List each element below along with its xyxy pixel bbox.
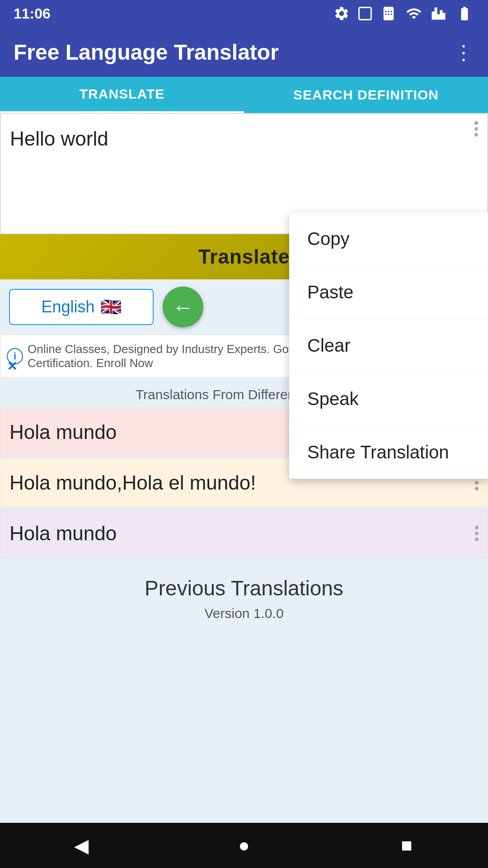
- sim-icon: [380, 5, 397, 22]
- square-icon: [357, 5, 373, 22]
- more-options-icon[interactable]: ⋮: [454, 41, 474, 64]
- result-card-3: Hola mundo: [0, 509, 488, 558]
- context-menu-share[interactable]: Share Translation: [289, 426, 488, 479]
- signal-icon: [431, 5, 447, 22]
- source-language-label: English: [41, 297, 94, 316]
- status-bar: 11:06: [0, 0, 488, 27]
- bottom-nav: ◀ ● ■: [0, 823, 488, 868]
- status-time: 11:06: [14, 5, 51, 22]
- tab-search-definition[interactable]: SEARCH DEFINITION: [244, 77, 488, 113]
- svg-rect-0: [359, 8, 371, 20]
- swap-icon: ←: [172, 295, 194, 320]
- nav-recent-button[interactable]: ■: [389, 827, 425, 863]
- status-icons: [333, 5, 474, 22]
- app-bar: Free Language Translator ⋮: [0, 27, 488, 77]
- result-text-1: Hola mundo: [9, 421, 117, 443]
- source-language-button[interactable]: English 🇬🇧: [9, 289, 154, 325]
- nav-home-button[interactable]: ●: [226, 827, 262, 863]
- tab-bar: TRANSLATE SEARCH DEFINITION: [0, 77, 488, 113]
- context-menu-clear[interactable]: Clear: [289, 319, 488, 373]
- nav-back-button[interactable]: ◀: [63, 827, 99, 863]
- settings-icon: [333, 5, 350, 22]
- wifi-icon: [404, 5, 424, 22]
- version-label: Version 1.0.0: [0, 606, 488, 635]
- previous-translations-label: Previous Translations: [0, 560, 488, 606]
- result-text-2: Hola mundo,Hola el mundo!: [9, 472, 256, 494]
- ad-close-button[interactable]: ✕: [7, 359, 17, 374]
- result-text-3: Hola mundo: [9, 522, 117, 544]
- context-menu-paste[interactable]: Paste: [289, 266, 488, 319]
- app-title: Free Language Translator: [14, 40, 279, 65]
- swap-language-button[interactable]: ←: [163, 287, 203, 327]
- main-content: Hello world Translate English 🇬🇧 ← i Onl…: [0, 113, 488, 635]
- source-language-flag: 🇬🇧: [100, 297, 122, 317]
- context-menu-copy[interactable]: Copy: [289, 212, 488, 266]
- result-3-more-dots[interactable]: [475, 526, 479, 541]
- context-menu-speak[interactable]: Speak: [289, 373, 488, 426]
- battery-icon: [455, 5, 474, 22]
- context-menu: Copy Paste Clear Speak Share Translation: [289, 212, 488, 479]
- input-more-dots[interactable]: [474, 121, 478, 137]
- tab-translate[interactable]: TRANSLATE: [0, 77, 244, 113]
